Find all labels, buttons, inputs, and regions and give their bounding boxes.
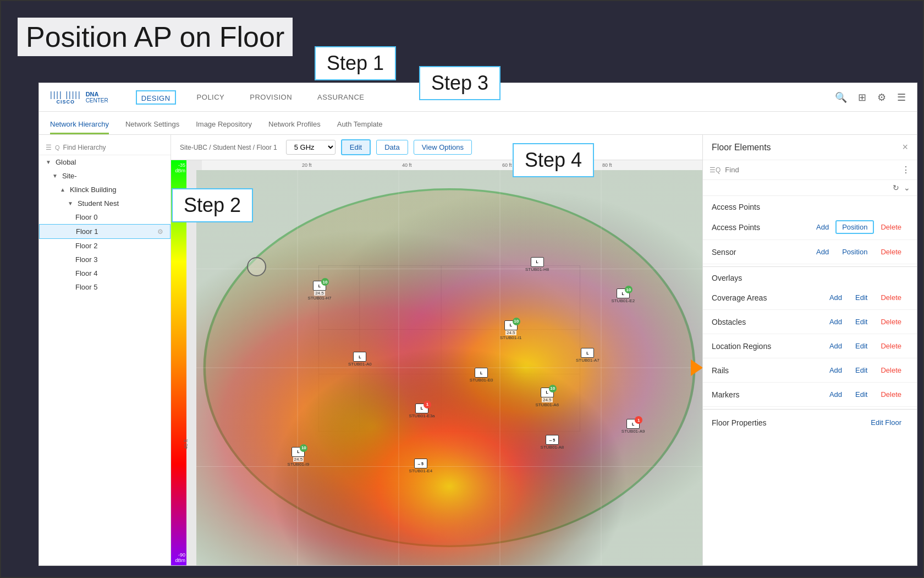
subnav-network-profiles[interactable]: Network Profiles <box>268 116 321 134</box>
panel-more-icon[interactable]: ⋮ <box>901 165 910 175</box>
ap-stub01-h7[interactable]: L 10 24.5 STUB01-H7 <box>307 281 331 301</box>
ap-stub01-e2[interactable]: L 10 STUB01-E2 <box>611 288 635 303</box>
menu-icon[interactable]: ☰ <box>897 91 906 103</box>
klinck-chevron: ▲ <box>60 187 65 193</box>
coverage-areas-label: Coverage Areas <box>712 293 823 302</box>
markers-delete-button[interactable]: Delete <box>874 388 908 401</box>
ap-signal-i1: 24.5 <box>505 330 516 335</box>
panel-search-icon: ☰Q <box>710 166 721 174</box>
view-options-button[interactable]: View Options <box>414 140 472 155</box>
access-points-add-button[interactable]: Add <box>810 221 835 233</box>
sidebar-item-klinck[interactable]: ▲ Klinck Building <box>39 183 170 197</box>
ap-stub01-e0[interactable]: L STUB01-E0 <box>470 368 493 383</box>
obstacles-add-button[interactable]: Add <box>823 315 849 328</box>
sidebar-item-floor4[interactable]: Floor 4 <box>39 266 170 280</box>
global-chevron: ▼ <box>46 159 51 165</box>
sidebar-item-floor2[interactable]: Floor 2 <box>39 239 170 253</box>
sensor-add-button[interactable]: Add <box>810 246 835 258</box>
subnav-auth-template[interactable]: Auth Template <box>337 116 383 134</box>
grid-icon[interactable]: ⊞ <box>858 91 866 103</box>
sidebar-item-floor5[interactable]: Floor 5 <box>39 280 170 294</box>
ap-icon-e2: L 10 <box>617 288 630 298</box>
coverage-areas-delete-button[interactable]: Delete <box>874 291 908 304</box>
app-container: |||| ||||| CISCO DNA CENTER DESIGN POLIC… <box>38 83 917 566</box>
markers-edit-button[interactable]: Edit <box>849 388 874 401</box>
sidebar-item-floor0[interactable]: Floor 0 <box>39 210 170 224</box>
floor1-gear-icon[interactable]: ⚙ <box>157 228 163 236</box>
obstacles-delete-button[interactable]: Delete <box>874 315 908 328</box>
ap-stub01-h8[interactable]: L STUB01-H8 <box>525 257 549 272</box>
sidebar-search-icon: ☰ <box>46 144 52 151</box>
ap-badge-a9: 1 <box>635 416 642 424</box>
panel-header: Floor Elements × <box>703 135 917 160</box>
ruler-20ft: 20 ft <box>302 162 312 168</box>
floor5-label: Floor 5 <box>75 283 97 291</box>
sensor-label: Sensor <box>712 248 810 257</box>
rails-edit-button[interactable]: Edit <box>849 364 874 377</box>
ap-stub01-a0[interactable]: L STUB01-A0 <box>348 352 372 367</box>
panel-expand-icon[interactable]: ⌄ <box>904 183 910 192</box>
ap-stub01-e4[interactable]: -- 5 STUB01-E4 <box>409 459 432 473</box>
floor-properties-section: Floor Properties Edit Floor <box>703 409 917 435</box>
subnav-network-settings[interactable]: Network Settings <box>125 116 179 134</box>
ap-stub01-a6[interactable]: L 10 24.5 STUB01-A6 <box>535 388 559 407</box>
sidebar-item-floor1[interactable]: Floor 1 ⚙ <box>39 224 170 239</box>
subnav-image-repository[interactable]: Image Repository <box>196 116 252 134</box>
nav-assurance[interactable]: ASSURANCE <box>313 90 369 104</box>
frequency-select[interactable]: 5 GHz 2.4 GHz <box>286 140 336 155</box>
sensor-delete-button[interactable]: Delete <box>874 246 908 258</box>
student-nest-chevron: ▼ <box>68 200 73 206</box>
ap-icon-e3a: L 1 <box>415 403 428 413</box>
ap-label-h7: STUB01-H7 <box>307 296 331 301</box>
sensor-position-button[interactable]: Position <box>835 246 874 258</box>
search-icon[interactable]: 🔍 <box>835 91 847 103</box>
ap-label-e3a: STUB01-E3a <box>409 413 435 418</box>
edit-button[interactable]: Edit <box>341 139 371 155</box>
step3-callout: Step 3 <box>419 66 501 100</box>
obstacles-edit-button[interactable]: Edit <box>849 315 874 328</box>
ruler-40ft: 40 ft <box>402 162 412 168</box>
sidebar-search-input[interactable] <box>63 144 164 151</box>
location-regions-add-button[interactable]: Add <box>823 340 849 352</box>
markers-add-button[interactable]: Add <box>823 388 849 401</box>
floor0-label: Floor 0 <box>75 213 97 221</box>
edit-floor-button[interactable]: Edit Floor <box>864 416 908 429</box>
nav-design[interactable]: DESIGN <box>136 90 176 105</box>
panel-refresh-icon[interactable]: ↻ <box>893 183 899 192</box>
floor4-label: Floor 4 <box>75 269 97 277</box>
rails-delete-button[interactable]: Delete <box>874 364 908 377</box>
coverage-areas-add-button[interactable]: Add <box>823 291 849 304</box>
data-button[interactable]: Data <box>376 140 408 155</box>
floor-properties-label: Floor Properties <box>712 418 864 427</box>
sidebar-item-floor3[interactable]: Floor 3 <box>39 253 170 266</box>
ap-icon-a8: -- 5 <box>546 435 559 445</box>
settings-icon[interactable]: ⚙ <box>877 91 886 103</box>
nav-provision[interactable]: PROVISION <box>245 90 296 104</box>
panel-search-input[interactable] <box>725 166 897 174</box>
expand-handle[interactable] <box>691 359 702 376</box>
access-points-delete-button[interactable]: Delete <box>874 221 908 233</box>
ap-label-e2: STUB01-E2 <box>611 298 635 303</box>
subnav-network-hierarchy[interactable]: Network Hierarchy <box>50 116 109 134</box>
location-regions-delete-button[interactable]: Delete <box>874 340 908 352</box>
coverage-areas-edit-button[interactable]: Edit <box>849 291 874 304</box>
sidebar-item-site[interactable]: ▼ Site- <box>39 169 170 183</box>
floor3-label: Floor 3 <box>75 255 97 264</box>
ap-label-i1: STUB01-I1 <box>500 335 522 340</box>
ap-icon-h7: L 10 <box>313 281 326 291</box>
ap-stub01-a9[interactable]: L 1 STUB01-A9 <box>622 419 645 434</box>
location-regions-edit-button[interactable]: Edit <box>849 340 874 352</box>
access-points-position-button[interactable]: Position <box>835 220 874 234</box>
sidebar-item-global[interactable]: ▼ Global <box>39 155 170 169</box>
ruler-left: 40 ft <box>186 170 196 565</box>
ap-stub01-a8[interactable]: -- 5 STUB01-A8 <box>541 435 564 450</box>
panel-close-button[interactable]: × <box>902 141 908 153</box>
nav-policy[interactable]: POLICY <box>193 90 229 104</box>
sidebar-item-student-nest[interactable]: ▼ Student Nest <box>39 197 170 210</box>
step1-callout: Step 1 <box>315 46 396 80</box>
rails-add-button[interactable]: Add <box>823 364 849 377</box>
ap-stub01-a7[interactable]: L STUB01-A7 <box>576 348 600 363</box>
ap-stub01-i1[interactable]: L 10 24.5 STUB01-I1 <box>500 320 522 340</box>
ap-stub01-i9[interactable]: L 10 24.5 STUB01-I9 <box>288 447 310 467</box>
ap-stub01-e3a[interactable]: L 1 STUB01-E3a <box>409 403 435 418</box>
